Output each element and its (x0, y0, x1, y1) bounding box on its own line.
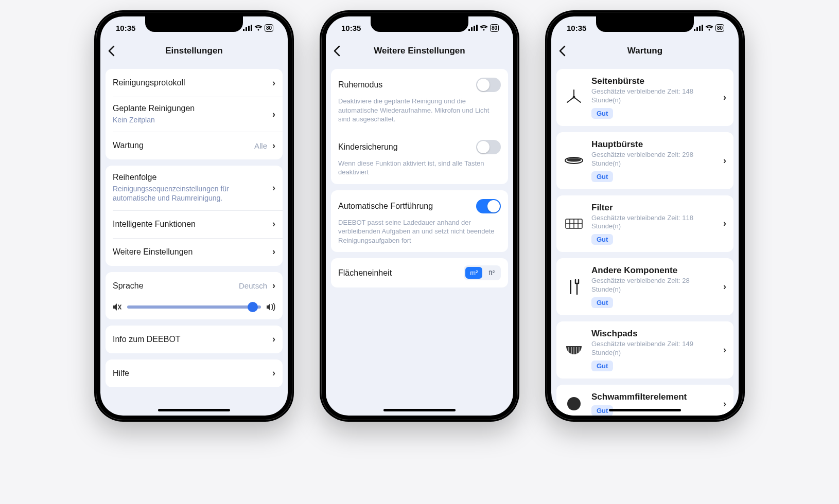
row-child-lock: Kindersicherung (331, 131, 508, 159)
status-badge: Gut (591, 171, 613, 182)
sleep-mode-description: Deaktiviere die geplante Reinigung und d… (331, 97, 508, 131)
phone-more-settings: 10:35 80 Weitere Einstellungen Ruhemodus… (320, 10, 519, 422)
back-button[interactable] (108, 45, 115, 57)
svg-rect-3 (251, 25, 252, 31)
toggle-child-lock[interactable] (476, 140, 501, 154)
child-lock-description: Wenn diese Funktion aktiviert ist, sind … (331, 159, 508, 184)
back-button[interactable] (333, 45, 340, 57)
sponge-filter-icon (564, 393, 584, 414)
tools-icon (564, 277, 584, 297)
chevron-right-icon: › (723, 345, 726, 355)
page-title: Wartung (627, 46, 662, 56)
svg-rect-0 (243, 29, 244, 31)
chevron-right-icon: › (272, 334, 275, 345)
status-time: 10:35 (116, 24, 135, 32)
maintenance-item-side-brush[interactable]: Seitenbürste Geschätzte verbleibende Zei… (556, 69, 733, 126)
notch (371, 16, 468, 32)
unit-option-ft2[interactable]: ft² (484, 267, 499, 279)
chevron-right-icon: › (272, 246, 275, 257)
status-time: 10:35 (341, 24, 361, 32)
home-indicator[interactable] (383, 409, 456, 411)
signal-icon (694, 25, 703, 31)
row-about-deebot[interactable]: Info zum DEEBOT › (106, 326, 283, 353)
notch (145, 16, 243, 32)
chevron-right-icon: › (272, 280, 275, 291)
chevron-right-icon: › (272, 78, 275, 88)
status-badge: Gut (591, 297, 613, 308)
svg-rect-6 (474, 26, 475, 31)
chevron-right-icon: › (272, 183, 275, 193)
row-language[interactable]: Sprache Deutsch › (106, 272, 283, 300)
chevron-right-icon: › (272, 368, 275, 379)
maintenance-item-filter[interactable]: Filter Geschätzte verbleibende Zeit: 118… (556, 195, 733, 253)
status-badge: Gut (591, 234, 613, 245)
svg-rect-5 (471, 27, 473, 31)
chevron-right-icon: › (723, 218, 726, 229)
battery-icon: 80 (265, 24, 273, 32)
battery-icon: 80 (715, 24, 724, 32)
svg-rect-11 (702, 25, 703, 31)
notch (596, 16, 694, 32)
row-volume (106, 300, 283, 319)
row-scheduled-cleaning[interactable]: Geplante Reinigungen Kein Zeitplan › (106, 97, 283, 132)
svg-rect-8 (694, 29, 695, 31)
svg-point-12 (573, 96, 575, 99)
volume-mute-icon (113, 303, 122, 311)
maintenance-item-mop-pads[interactable]: Wischpads Geschätzte verbleibende Zeit: … (556, 321, 733, 379)
chevron-right-icon: › (272, 219, 275, 229)
row-more-settings[interactable]: Weitere Einstellungen › (106, 238, 283, 266)
row-auto-resume: Automatische Fortführung (331, 190, 508, 218)
back-button[interactable] (558, 45, 566, 57)
auto-resume-description: DEEBOT passt seine Ladedauer anhand der … (331, 218, 508, 253)
svg-rect-1 (246, 27, 247, 31)
svg-rect-4 (468, 29, 470, 31)
signal-icon (243, 25, 252, 31)
mop-pad-icon (564, 340, 584, 361)
chevron-right-icon: › (272, 109, 275, 120)
phone-maintenance: 10:35 80 Wartung Seitenbürste Geschätz (545, 10, 745, 422)
toggle-sleep-mode[interactable] (476, 78, 501, 92)
row-maintenance[interactable]: Wartung Alle › (106, 132, 283, 159)
svg-point-26 (567, 397, 581, 410)
svg-rect-7 (476, 25, 478, 31)
volume-slider[interactable] (127, 305, 261, 309)
svg-rect-9 (696, 27, 698, 31)
filter-icon (564, 213, 584, 234)
chevron-right-icon: › (723, 399, 726, 409)
wifi-icon (254, 25, 263, 31)
maintenance-item-other[interactable]: Andere Komponente Geschätzte verbleibend… (556, 258, 733, 315)
svg-rect-10 (699, 26, 701, 31)
wifi-icon (705, 25, 713, 31)
page-title: Weitere Einstellungen (374, 46, 465, 56)
phone-settings: 10:35 80 Einstellungen (94, 10, 294, 422)
svg-rect-20 (570, 280, 571, 294)
svg-point-14 (567, 158, 581, 162)
row-order[interactable]: Reihenfolge Reinigungssequenzeinstellung… (106, 166, 283, 210)
status-time: 10:35 (567, 24, 586, 32)
svg-rect-2 (248, 26, 250, 31)
signal-icon (468, 25, 478, 31)
row-help[interactable]: Hilfe › (106, 359, 283, 387)
status-badge: Gut (591, 108, 613, 119)
chevron-right-icon: › (723, 92, 726, 103)
chevron-right-icon: › (723, 155, 726, 166)
maintenance-item-main-brush[interactable]: Hauptbürste Geschätzte verbleibende Zeit… (556, 132, 733, 189)
row-area-unit: Flächeneinheit m² ft² (331, 258, 508, 287)
row-sleep-mode: Ruhemodus (331, 69, 508, 97)
chevron-right-icon: › (272, 140, 275, 151)
side-brush-icon (564, 87, 584, 107)
chevron-right-icon: › (723, 281, 726, 292)
row-cleaning-log[interactable]: Reinigungsprotokoll › (106, 69, 283, 97)
toggle-auto-resume[interactable] (476, 199, 501, 213)
status-badge: Gut (591, 361, 613, 371)
row-smart-functions[interactable]: Intelligente Funktionen › (106, 210, 283, 238)
slider-thumb[interactable] (248, 302, 258, 312)
home-indicator[interactable] (609, 409, 681, 411)
unit-option-m2[interactable]: m² (465, 267, 482, 279)
home-indicator[interactable] (158, 409, 230, 411)
battery-icon: 80 (490, 24, 499, 32)
wifi-icon (480, 25, 488, 31)
page-title: Einstellungen (165, 46, 222, 56)
volume-high-icon (266, 303, 275, 311)
area-unit-segmented[interactable]: m² ft² (464, 265, 501, 280)
